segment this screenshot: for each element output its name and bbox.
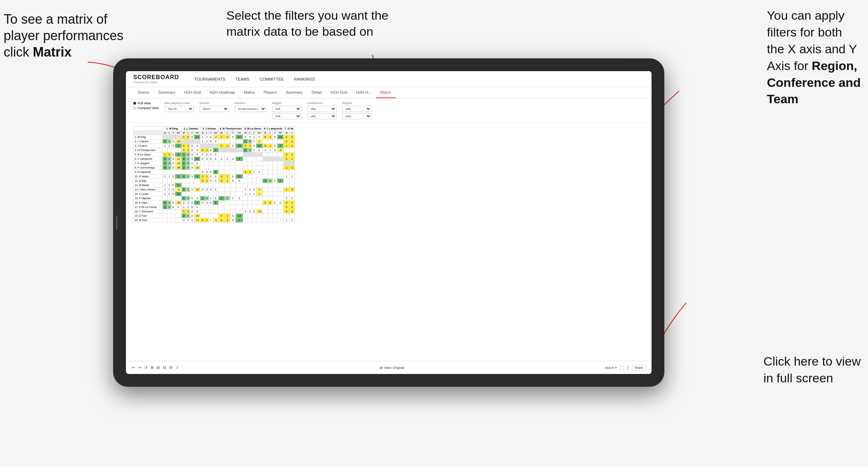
cell-r13-c2-1	[205, 192, 209, 196]
tab-h2h-heatmap[interactable]: H2H Heatmap	[205, 87, 239, 98]
gender-select[interactable]: Men's	[200, 106, 229, 112]
nav-tournaments[interactable]: TOURNAMENTS	[194, 76, 226, 83]
row-name-3: 4. M Thorbjornsen	[134, 148, 163, 153]
cell-r16-c2-1	[205, 205, 209, 209]
cell-r19-c1-1: 3	[186, 218, 190, 223]
cell-r14-c5-1	[268, 196, 273, 201]
cell-r7-c5-3	[277, 166, 283, 170]
cell-r0-c5-1: 1	[268, 135, 273, 139]
region-select-y[interactable]: N/A	[272, 113, 302, 119]
cell-r17-c3-1	[225, 209, 230, 214]
cell-r3-c3-3	[235, 148, 243, 153]
cell-r19-c1-2: 1	[190, 218, 194, 223]
cell-r18-c1-0: 2	[181, 214, 186, 218]
cell-r12-c2-0: 0	[200, 188, 205, 192]
zoom-in-icon[interactable]: ⊞	[157, 365, 160, 370]
cell-r8-c5-2	[273, 170, 277, 174]
redo-icon[interactable]: ↪	[138, 365, 141, 370]
cell-r16-c3-1	[225, 205, 230, 209]
tab-h2h-h[interactable]: H2H H...	[352, 87, 376, 98]
cell-r8-c2-0: 0	[200, 170, 205, 174]
toolbar-right: Watch ▾ ⛶ ⤴ Share	[605, 365, 646, 371]
refresh-icon[interactable]: ↺	[144, 365, 147, 370]
view-options: Full View Compact View	[133, 101, 159, 110]
region-select-x[interactable]: N/A	[272, 106, 302, 112]
nav-rankings[interactable]: RANKINGS	[293, 76, 315, 83]
tab-teams[interactable]: Teams	[133, 87, 154, 98]
cell-r17-c5-2	[273, 209, 277, 214]
nav-teams[interactable]: TEAMS	[235, 76, 250, 83]
players-select-x[interactable]: (All)	[342, 106, 372, 112]
tab-detail[interactable]: Detail	[307, 87, 326, 98]
fullscreen-icon[interactable]: ⛶	[620, 366, 624, 370]
full-view-option[interactable]: Full View	[133, 101, 159, 105]
col-w-1: W	[163, 131, 168, 135]
share-button[interactable]: Share	[632, 365, 646, 371]
players-select-y[interactable]: (All)	[342, 113, 372, 119]
cell-r3-c0-2	[171, 148, 175, 153]
filter-region: Region N/A N/A	[272, 101, 302, 119]
zoom-out-icon[interactable]: ⊟	[163, 365, 166, 370]
cell-r9-c0-0: 1	[163, 174, 168, 179]
watch-label[interactable]: Watch ▾	[605, 366, 617, 370]
tab-matrix[interactable]: Matrix	[239, 87, 259, 98]
cell-r3-c2-2: 0	[209, 148, 213, 153]
cell-r5-c6-0: 0	[284, 157, 290, 161]
tab-h2h-grid[interactable]: H2H Grid	[180, 87, 205, 98]
cell-r3-c1-0: 0	[181, 148, 186, 153]
cell-r16-c0-3: 0	[175, 205, 181, 209]
share-icon[interactable]: ⤴	[627, 366, 629, 370]
cell-r1-c1-1	[186, 139, 190, 144]
cell-r10-c3-0: 0	[218, 179, 224, 183]
cell-r13-c4-0: 1	[243, 192, 248, 196]
cell-r11-c1-1	[186, 183, 190, 188]
cell-r2-c3-2: 0	[230, 144, 235, 148]
cell-r3-c1-1: 1	[186, 148, 190, 153]
cell-r7-c1-3: -16	[194, 166, 200, 170]
nav-committee[interactable]: COMMITTEE	[259, 76, 284, 83]
full-view-radio[interactable]	[133, 102, 136, 105]
compact-view-option[interactable]: Compact View	[133, 106, 159, 110]
undo-icon[interactable]: ↩	[132, 365, 135, 370]
cell-r15-c5-1: 5	[268, 201, 273, 205]
cell-r18-c0-2	[171, 214, 175, 218]
cell-r6-c5-2	[273, 161, 277, 166]
cell-r17-c1-1: 3	[186, 209, 190, 214]
cell-r6-c3-2	[230, 161, 235, 166]
cell-r7-c0-0: 5	[163, 166, 168, 170]
row-name-19: 20. M Ford	[134, 218, 163, 223]
division-select[interactable]: NCAA Division I	[235, 106, 266, 112]
cell-r13-c1-2	[190, 192, 194, 196]
cell-r10-c0-3	[175, 179, 181, 183]
cell-r18-c4-0	[243, 214, 248, 218]
conference-select-y[interactable]: (All)	[307, 113, 337, 119]
cell-r12-c0-3: -3	[175, 188, 181, 192]
cell-r9-c4-0	[243, 174, 248, 179]
tab-summary[interactable]: Summary	[154, 87, 180, 98]
conference-select-x[interactable]: (All)	[307, 106, 337, 112]
max-players-select[interactable]: Top 25	[165, 106, 194, 112]
cell-r2-c3-3: 13	[235, 144, 243, 148]
tab-players[interactable]: Players	[259, 87, 281, 98]
cell-r0-c1-0: 1	[181, 135, 186, 139]
compact-view-radio[interactable]	[133, 107, 136, 109]
cell-r0-c5-0: 0	[262, 135, 268, 139]
tab-summary2[interactable]: Summary	[281, 87, 307, 98]
row-name-4: 5. M La Sasso	[134, 153, 163, 157]
cell-r18-c1-3: -20	[194, 214, 200, 218]
settings-icon[interactable]: ⚙	[169, 365, 173, 370]
fit-screen-icon[interactable]: ⤢	[176, 365, 179, 370]
row-name-15: 16. K Vilips	[134, 201, 163, 205]
cell-r2-c0-3: 2	[175, 144, 181, 148]
cell-r5-c3-2: 0	[230, 157, 235, 161]
tab-matrix-active[interactable]: Matrix	[376, 87, 396, 98]
cell-r2-c4-1: 4	[248, 144, 252, 148]
cell-r10-c3-2: 0	[230, 179, 235, 183]
cell-r11-c2-1	[205, 183, 209, 188]
cell-r18-c0-3	[175, 214, 181, 218]
cursor-icon[interactable]: ⊕	[150, 365, 154, 370]
cell-r9-c4-1	[248, 174, 252, 179]
cell-r17-c1-3: 0	[194, 209, 200, 214]
cell-r14-c0-1	[167, 196, 171, 201]
tab-h2h-grid2[interactable]: H2H Grid	[326, 87, 352, 98]
